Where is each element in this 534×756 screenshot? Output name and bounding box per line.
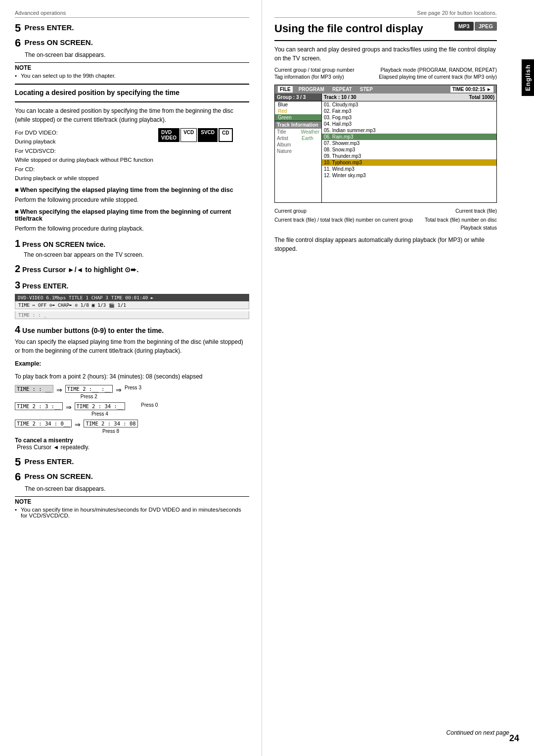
ann-row-tag: Tag information (for MP3 only) Elapsed p… [274,74,497,80]
vcd-during: While stopped or during playback without… [15,155,153,164]
step2-label: Press Cursor ►/◄ to highlight ⊙➨. [22,266,138,274]
arrow-3a: ⇒ [75,420,81,428]
mp3-jpeg-badges: MP3 JPEG [454,22,497,31]
step3-num: 3 [15,280,20,290]
ann-current-track-bottom: Current track (file) [455,208,497,214]
time-box-1a: TIME : : __ [15,385,53,393]
time-item-3a: TIME 2 : 34 : 0__ [15,420,72,427]
time-box-3b: TIME 2 : 34 : 08 [84,420,137,427]
step1-sub: The on-screen bar appears on the TV scre… [24,251,249,258]
step5-num: 5 [15,22,21,34]
bullet2-heading: When specifying the elapsed playing time… [15,208,249,222]
dvd-during: During playback [15,137,153,146]
section-title: Locating a desired position by specifyin… [15,89,249,96]
step6-label: Press ON SCREEN. [24,38,92,47]
time-grid: TIME : : __ ⇒ TIME 2 :__ :__ Press 2 ⇒ P… [15,385,249,434]
step4-label: Use number buttons (0-9) to enter the ti… [22,327,164,334]
right-title: Using the file control display [274,22,454,36]
time-item-1a: TIME : : __ [15,385,53,393]
group-green: Green [275,114,321,121]
file-display-diagram: FILE PROGRAM REPEAT STEP TIME 00:02:15 ►… [274,85,497,203]
track-label-nature: Nature [275,148,300,154]
bullet1-sub: Perform the following procedure while st… [15,195,249,204]
step5-label: Press ENTER. [24,23,74,32]
dvd-badge: DVDVIDEO [158,128,179,142]
dvd-top-bar: DVD-VIDEO 6.1Mbps TITLE 1 CHAP 3 TIME 00… [15,294,249,301]
section-divider-2 [15,101,249,102]
step1-heading: 1 Press ON SCREEN twice. [15,238,249,249]
track-03: 03. Fog.mp3 [322,114,496,121]
group-header: Group : 3 / 3 [275,94,321,101]
dvd-display-block: DVD-VIDEO 6.1Mbps TITLE 1 CHAP 3 TIME 00… [15,294,249,319]
right-body-text: The file control display appears automat… [274,236,497,253]
note-title-2: NOTE [15,496,249,505]
advanced-ops-label: Advanced operations [15,10,249,18]
track-header-left: Track : 10 / 30 [324,94,356,100]
track-08: 08. Snow.mp3 [322,146,496,153]
step6b-heading: 6 Press ON SCREEN. [15,471,249,483]
file-display-body: Group : 3 / 3 Blue Red Green Track Infor… [275,94,496,202]
ann-playback-status: Playback status [274,225,497,231]
track-header: Track : 10 / 30 Total 1000) [322,94,496,101]
vcd-badge: VCD [180,128,197,142]
ann-current-group-bottom: Current group [274,208,307,214]
file-left-col: Group : 3 / 3 Blue Red Green Track Infor… [275,94,322,202]
track-06: 06. Rain.mp3 [322,134,496,140]
press-2c: Press 0 [141,402,158,408]
bullet1-heading: When specifying the elapsed playing time… [15,187,249,193]
cd-label: For CD: [15,165,153,174]
title-divider [274,40,497,41]
group-red: Red [275,108,321,114]
track-info-album: Album [275,142,321,148]
step6-sub: The on-screen bar disappears. [25,51,249,58]
ann-row-bottom: Current group Current track (file) [274,208,497,214]
example-label: Example: [15,359,249,368]
dvd-third-bar: TIME : : _ [15,311,249,319]
track-label-album: Album [275,142,300,148]
step3-heading: 3 Press ENTER. [15,280,249,291]
note-item-1: You can select up to the 99th chapter. [15,73,249,79]
step4-heading: 4 Use number buttons (0-9) to enter the … [15,324,249,335]
arrow-1b: ⇒ [116,385,122,394]
track-value-artist: Earth [300,135,315,142]
cd-badge: CD [219,128,232,142]
time-item-1c: Press 3 [125,385,141,390]
track-02: 02. Fair.mp3 [322,108,496,114]
file-display-top-bar: FILE PROGRAM REPEAT STEP TIME 00:02:15 ► [275,85,496,94]
track-header-right: Total 1000) [469,94,495,100]
press-3b: Press 8 [102,428,119,434]
step1-label: Press ON SCREEN twice. [22,240,105,248]
track-09: 09. Thunder.mp3 [322,153,496,159]
ann-current-track-file: Current track (file) / total track (file… [274,217,413,223]
time-display: TIME 00:02:15 ► [450,86,493,93]
repeat-tab: REPEAT [330,86,354,93]
note-box-1: NOTE You can select up to the 99th chapt… [15,62,249,79]
disc-info-left: For DVD VIDEO: During playback For VCD/S… [15,128,153,183]
program-tab: PROGRAM [297,86,326,93]
disc-types: For DVD VIDEO: During playback For VCD/S… [15,128,249,183]
track-05: 05. Indian summer.mp3 [322,127,496,134]
time-item-1b: TIME 2 :__ :__ Press 2 [65,385,113,399]
time-box-3a: TIME 2 : 34 : 0__ [15,420,72,427]
note-box-2: NOTE You can specify time in hours/minut… [15,496,249,519]
time-row-1: TIME : : __ ⇒ TIME 2 :__ :__ Press 2 ⇒ P… [15,385,249,399]
cancel-title: To cancel a misentry [15,437,249,444]
ann-total-track: Total track (file) number on disc [425,217,497,223]
file-right-col: Track : 10 / 30 Total 1000) 01. Cloudy.m… [322,94,496,202]
step5b-label: Press ENTER. [24,457,74,466]
step6b-label: Press ON SCREEN. [24,472,92,480]
dvd-second-bar: TIME ⇔ OFF ⊙➨ CHAP➨ ⊙ 1/8 ▣ 1/3 🎬 1/1 [15,301,249,309]
step3-label: Press ENTER. [22,282,68,290]
track-11: 11. Wind.mp3 [322,166,496,172]
ann-elapsed: Elapsed playing time of current track (f… [379,74,497,80]
group-blue: Blue [275,101,321,108]
section-divider [15,84,249,85]
track-info-header: Track Information [275,121,321,129]
step4-body: You can specify the elapsed playing time… [15,337,249,355]
arrow-2a: ⇒ [66,402,72,411]
track-info-artist: Artist Earth [275,135,321,142]
annotations-top: Current group / total group number Playb… [274,67,497,80]
right-intro: You can search and play desired groups a… [274,45,497,63]
track-info-rows: Title Weather Artist Earth Album Natu [275,129,321,154]
ann-playback-mode: Playback mode (PROGRAM, RANDOM, REPEAT) [380,67,497,73]
